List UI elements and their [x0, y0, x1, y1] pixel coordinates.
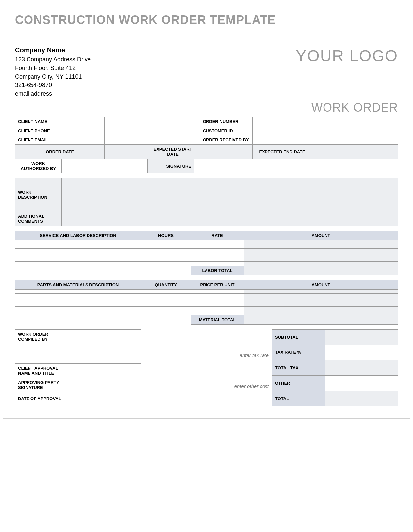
approval-table: CLIENT APPROVAL NAME AND TITLE APPROVING… [15, 363, 141, 405]
expected-start-label: EXPECTED START DATE [146, 145, 200, 159]
client-phone-label: CLIENT PHONE [15, 126, 105, 135]
labor-rate-header: RATE [191, 231, 244, 240]
work-auth-by-value[interactable] [62, 159, 148, 173]
expected-end-value[interactable] [312, 145, 398, 159]
compiled-by-value[interactable] [68, 330, 141, 344]
materials-amount-header: AMOUNT [244, 280, 398, 290]
subtotal-value[interactable] [325, 330, 398, 345]
work-description-value[interactable] [62, 178, 398, 211]
customer-id-label: CUSTOMER ID [200, 126, 252, 135]
page-title: CONSTRUCTION WORK ORDER TEMPLATE [15, 13, 398, 27]
table-row [15, 302, 398, 307]
table-row [15, 257, 398, 262]
approval-date-label: DATE OF APPROVAL [15, 392, 68, 405]
subtotal-label: SUBTOTAL [272, 330, 325, 345]
material-total-value[interactable] [244, 315, 398, 325]
table-row [15, 290, 398, 294]
customer-id-value[interactable] [252, 126, 398, 135]
compiled-by-table: WORK ORDER COMPILED BY [15, 329, 141, 344]
order-date-label: ORDER DATE [15, 145, 105, 159]
additional-comments-value[interactable] [62, 211, 398, 226]
expected-start-value[interactable] [200, 145, 252, 159]
tax-rate-value[interactable] [325, 345, 398, 360]
client-email-label: CLIENT EMAIL [15, 135, 105, 145]
other-label: OTHER [272, 376, 325, 391]
labor-desc-header: SERVICE AND LABOR DESCRIPTION [15, 231, 141, 240]
expected-end-label: EXPECTED END DATE [252, 145, 312, 159]
table-row [15, 262, 398, 266]
header-section: Company Name 123 Company Address Drive F… [15, 45, 398, 98]
total-label: TOTAL [272, 391, 325, 406]
construction-work-order-page: CONSTRUCTION WORK ORDER TEMPLATE Company… [3, 3, 410, 419]
work-description-label: WORK DESCRIPTION [15, 178, 62, 211]
material-total-label: MATERIAL TOTAL [191, 315, 244, 325]
authorization-table: WORK AUTHORIZED BY SIGNATURE [15, 159, 398, 173]
table-row [15, 253, 398, 257]
signature-value[interactable] [194, 159, 398, 173]
other-cost-hint: enter other cost [141, 360, 272, 391]
labor-hours-header: HOURS [141, 231, 191, 240]
materials-desc-header: PARTS AND MATERIALS DESCRIPTION [15, 280, 141, 290]
order-date-value[interactable] [105, 145, 146, 159]
company-phone: 321-654-9870 [15, 81, 91, 89]
total-tax-value[interactable] [325, 360, 398, 376]
table-row [15, 294, 398, 298]
materials-price-header: PRICE PER UNIT [191, 280, 244, 290]
approval-name-label: CLIENT APPROVAL NAME AND TITLE [15, 364, 68, 378]
table-row [15, 298, 398, 302]
materials-table: PARTS AND MATERIALS DESCRIPTION QUANTITY… [15, 280, 398, 325]
work-description-table: WORK DESCRIPTION ADDITIONAL COMMENTS [15, 178, 398, 226]
company-email: email address [15, 89, 91, 98]
client-name-label: CLIENT NAME [15, 117, 105, 126]
materials-qty-header: QUANTITY [141, 280, 191, 290]
table-row [15, 311, 398, 315]
table-row [15, 307, 398, 311]
tax-rate-label: TAX RATE % [272, 345, 325, 360]
order-received-by-label: ORDER RECEIVED BY [200, 135, 252, 145]
table-row [15, 249, 398, 253]
tax-rate-hint: enter tax rate [141, 329, 272, 360]
client-order-table: CLIENT NAME ORDER NUMBER CLIENT PHONE CU… [15, 117, 398, 159]
approval-signature-label: APPROVING PARTY SIGNATURE [15, 378, 68, 392]
table-row [15, 240, 398, 244]
summary-tax-other-row: TOTAL TAX OTHER [272, 360, 398, 391]
approval-date-value[interactable] [68, 392, 141, 405]
labor-table: SERVICE AND LABOR DESCRIPTION HOURS RATE… [15, 231, 398, 275]
approval-signature-value[interactable] [68, 378, 141, 392]
company-address1: 123 Company Address Drive [15, 55, 91, 64]
client-phone-value[interactable] [105, 126, 200, 135]
order-number-label: ORDER NUMBER [200, 117, 252, 126]
footer-layout: WORK ORDER COMPILED BY enter tax rate SU… [15, 329, 398, 406]
company-block: Company Name 123 Company Address Drive F… [15, 45, 91, 98]
summary-total-row: TOTAL [272, 391, 398, 406]
company-name: Company Name [15, 45, 91, 55]
order-received-by-value[interactable] [252, 135, 398, 145]
total-value[interactable] [325, 391, 398, 406]
labor-total-value[interactable] [244, 266, 398, 275]
total-tax-label: TOTAL TAX [272, 360, 325, 376]
additional-comments-label: ADDITIONAL COMMENTS [15, 211, 62, 226]
compiled-by-label: WORK ORDER COMPILED BY [15, 330, 68, 344]
work-order-label: WORK ORDER [15, 101, 398, 115]
other-value[interactable] [325, 376, 398, 391]
client-email-value[interactable] [105, 135, 200, 145]
table-row [15, 244, 398, 249]
signature-label: SIGNATURE [148, 159, 194, 173]
client-name-value[interactable] [105, 117, 200, 126]
work-auth-by-label: WORK AUTHORIZED BY [15, 159, 62, 173]
labor-total-label: LABOR TOTAL [191, 266, 244, 275]
labor-amount-header: AMOUNT [244, 231, 398, 240]
summary-subtotal-row: SUBTOTAL TAX RATE % [272, 329, 398, 360]
order-number-value[interactable] [252, 117, 398, 126]
company-city-line: Company City, NY 11101 [15, 72, 91, 81]
company-address2: Fourth Floor, Suite 412 [15, 64, 91, 72]
logo-placeholder: YOUR LOGO [296, 45, 398, 65]
approval-name-value[interactable] [68, 364, 141, 378]
